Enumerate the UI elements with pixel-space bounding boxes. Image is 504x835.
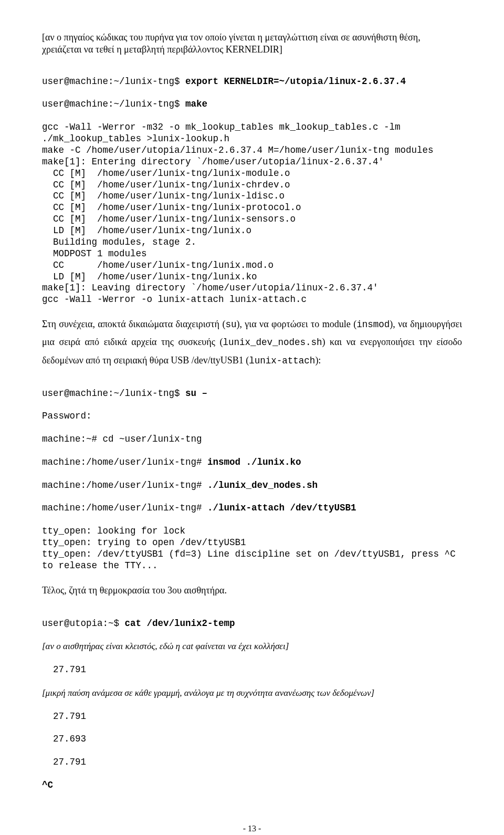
command-su: su –: [185, 388, 207, 399]
command-export: export KERNELDIR=~/utopia/linux-2.6.37.4: [185, 76, 406, 87]
inline-note: [μικρή παύση ανάμεσα σε κάθε γραμμή, ανά…: [42, 688, 374, 698]
command-devnodes: ./lunix_dev_nodes.sh: [207, 480, 318, 490]
inline-note: [αν ο αισθητήρας είναι κλειστός, εδώ η c…: [42, 641, 289, 651]
prompt: user@machine:~/lunix-tng$: [42, 388, 185, 399]
command-insmod: insmod ./lunix.ko: [207, 457, 301, 467]
ctrl-c: ^C: [42, 780, 53, 790]
prompt: machine:/home/user/lunix-tng#: [42, 457, 207, 467]
paragraph-1: Στη συνέχεια, αποκτά δικαιώματα διαχειρι…: [42, 315, 462, 369]
prompt: user@machine:~/lunix-tng$: [42, 76, 185, 87]
terminal-block-2: user@machine:~/lunix-tng$ su – Password:…: [42, 377, 462, 572]
sensor-value: 27.693: [42, 734, 86, 744]
prompt: machine:/home/user/lunix-tng#: [42, 503, 207, 513]
sensor-value: 27.791: [42, 757, 86, 767]
tty-output: tty_open: looking for lock tty_open: try…: [42, 526, 461, 571]
prompt: machine:/home/user/lunix-tng#: [42, 480, 207, 490]
sensor-value: 27.791: [42, 664, 86, 675]
paragraph-2: Τέλος, ζητά τη θερμοκρασία του 3ου αισθη…: [42, 581, 462, 599]
page-number: - 13 -: [42, 823, 462, 834]
prompt: user@machine:~/lunix-tng$: [42, 99, 185, 109]
make-output: gcc -Wall -Werror -m32 -o mk_lookup_tabl…: [42, 122, 434, 305]
terminal-block-3: user@utopia:~$ cat /dev/lunix2-temp [αν …: [42, 607, 462, 791]
command-lunix-attach: ./lunix-attach /dev/ttyUSB1: [207, 503, 356, 513]
intro-note: [αν ο πηγαίος κώδικας του πυρήνα για τον…: [42, 32, 462, 56]
command-make: make: [185, 99, 207, 109]
sensor-value: 27.791: [42, 711, 86, 722]
password-prompt: Password:: [42, 411, 92, 421]
command-cat: cat /dev/lunix2-temp: [125, 618, 235, 629]
terminal-block-1: user@machine:~/lunix-tng$ export KERNELD…: [42, 65, 462, 306]
cd-line: machine:~# cd ~user/lunix-tng: [42, 434, 202, 444]
prompt: user@utopia:~$: [42, 618, 125, 629]
